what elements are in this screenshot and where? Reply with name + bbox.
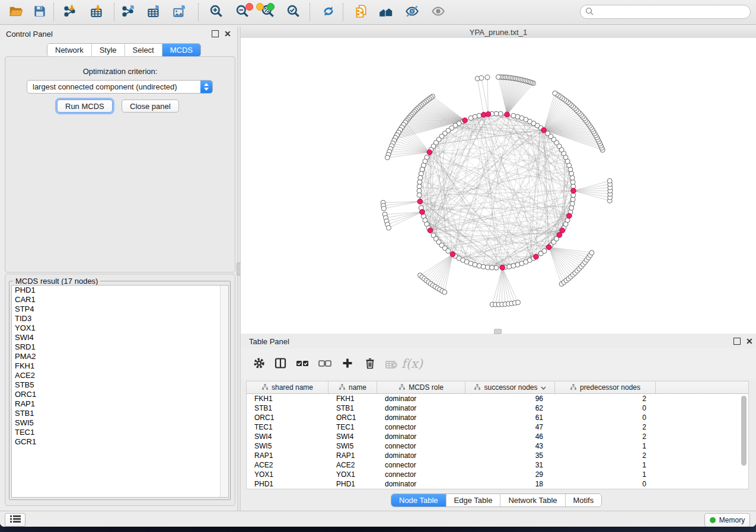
network-node[interactable] [485,75,490,80]
tab-mcds[interactable]: MCDS [162,44,200,56]
mcds-result-item[interactable]: TEC1 [12,428,228,437]
deselect-all-button[interactable] [316,356,334,371]
show-graphics-button[interactable] [428,3,448,21]
network-node[interactable] [417,180,422,184]
mcds-result-item[interactable]: RAP1 [12,399,228,409]
mcds-node[interactable] [500,265,505,270]
network-node[interactable] [511,113,516,118]
table-row[interactable]: ORC1ORC1dominator610 [247,413,748,422]
table-row[interactable]: ACE2ACE2connector311 [247,460,748,470]
memory-button[interactable]: Memory [704,513,750,527]
hide-graphics-button[interactable] [402,3,422,21]
network-node[interactable] [607,178,612,183]
table-row[interactable]: PHD1PHD1dominator180 [247,479,748,489]
refresh-layout-button[interactable] [318,3,339,21]
mcds-node[interactable] [567,213,572,219]
float-table-panel-icon[interactable] [733,338,741,345]
column-header-name[interactable]: name [328,382,377,393]
mcds-node[interactable] [462,118,468,123]
tab-edge-table[interactable]: Edge Table [446,494,501,507]
export-network-button[interactable] [119,3,139,21]
import-table-button[interactable] [87,3,107,21]
tab-style[interactable]: Style [92,44,125,56]
mcds-node[interactable] [420,210,425,215]
column-header-shared-name[interactable]: shared name [247,382,328,393]
network-node[interactable] [417,184,422,189]
mcds-result-item[interactable]: STP4 [12,305,228,314]
table-row[interactable]: SWI5SWI5connector431 [247,441,748,451]
close-panel-button[interactable]: Close panel [122,100,179,113]
mcds-result-item[interactable]: STB1 [12,409,228,418]
save-session-button[interactable] [30,3,50,21]
mcds-result-item[interactable]: STB5 [12,380,228,390]
table-row[interactable]: RAP1RAP1dominator352 [247,451,748,460]
mcds-node[interactable] [427,150,432,155]
mcds-node[interactable] [541,127,547,133]
network-node[interactable] [485,265,490,270]
mcds-node[interactable] [505,112,510,117]
zoom-selected-button[interactable] [283,3,304,21]
table-row[interactable]: SWI4SWI4dominator462 [247,432,748,441]
network-node[interactable] [570,180,575,184]
tab-network[interactable]: Network [47,44,92,56]
mcds-node[interactable] [481,112,487,117]
table-row[interactable]: FKH1FKH1dominator962 [247,394,748,403]
table-row[interactable]: TEC1TEC1connector472 [247,422,748,432]
clone-network-button[interactable] [351,3,371,21]
mcds-result-item[interactable]: TID3 [12,314,228,323]
search-input[interactable] [596,7,750,17]
add-row-button[interactable] [339,356,356,371]
network-node[interactable] [468,116,473,120]
table-row[interactable]: STB1STB1dominator620 [247,403,748,413]
network-canvas[interactable] [241,38,756,334]
close-panel-icon[interactable]: ✕ [224,31,231,37]
mcds-result-item[interactable]: SWI5 [12,418,228,428]
mcds-result-item[interactable]: ACE2 [12,371,228,380]
column-header-predecessor-nodes[interactable]: predecessor nodes [555,382,656,393]
close-table-panel-icon[interactable]: ✕ [746,338,753,344]
network-node[interactable] [553,91,557,95]
delete-row-button[interactable] [361,356,379,371]
mcds-result-item[interactable]: GCR1 [12,437,228,447]
mcds-node[interactable] [571,188,576,194]
mcds-node[interactable] [417,199,423,204]
network-node[interactable] [387,226,391,230]
network-node[interactable] [516,300,521,305]
tab-select[interactable]: Select [125,44,162,56]
network-hscroll-thumb[interactable] [494,329,502,334]
task-history-button[interactable] [5,513,25,527]
zoom-in-button[interactable] [206,3,227,21]
mcds-result-item[interactable]: PHD1 [12,286,228,295]
tab-motifs[interactable]: Motifs [566,494,602,507]
network-node[interactable] [446,249,451,254]
window-zoom-icon[interactable] [267,3,275,11]
network-overview-button[interactable] [376,3,396,21]
window-close-icon[interactable] [245,3,253,11]
mcds-node[interactable] [557,232,562,238]
mcds-result-item[interactable]: PMA2 [12,352,228,361]
network-node[interactable] [542,249,547,254]
export-table-button[interactable] [143,3,164,21]
network-node[interactable] [498,111,503,116]
mcds-result-item[interactable]: YOX1 [12,323,228,333]
select-all-button[interactable] [294,356,311,371]
export-image-button[interactable] [170,3,190,21]
network-node[interactable] [494,111,499,116]
mcds-node[interactable] [546,245,551,250]
mcds-result-item[interactable]: ORC1 [12,390,228,399]
mcds-result-item[interactable]: FKH1 [12,361,228,371]
criterion-select[interactable]: largest connected component (undirected) [27,80,213,94]
window-minimize-icon[interactable] [256,3,264,11]
mcds-node[interactable] [450,252,455,257]
network-node[interactable] [570,197,575,202]
network-node[interactable] [417,193,422,197]
network-node[interactable] [385,155,390,160]
tab-network-table[interactable]: Network Table [500,494,565,507]
network-node[interactable] [570,201,575,206]
open-file-button[interactable] [6,3,26,21]
mcds-result-item[interactable]: SRD1 [12,342,228,352]
column-header-MCDS-role[interactable]: MCDS role [377,382,465,393]
mcds-result-item[interactable]: SWI4 [12,333,228,342]
columns-button[interactable] [272,356,289,371]
tab-node-table[interactable]: Node Table [391,494,446,507]
